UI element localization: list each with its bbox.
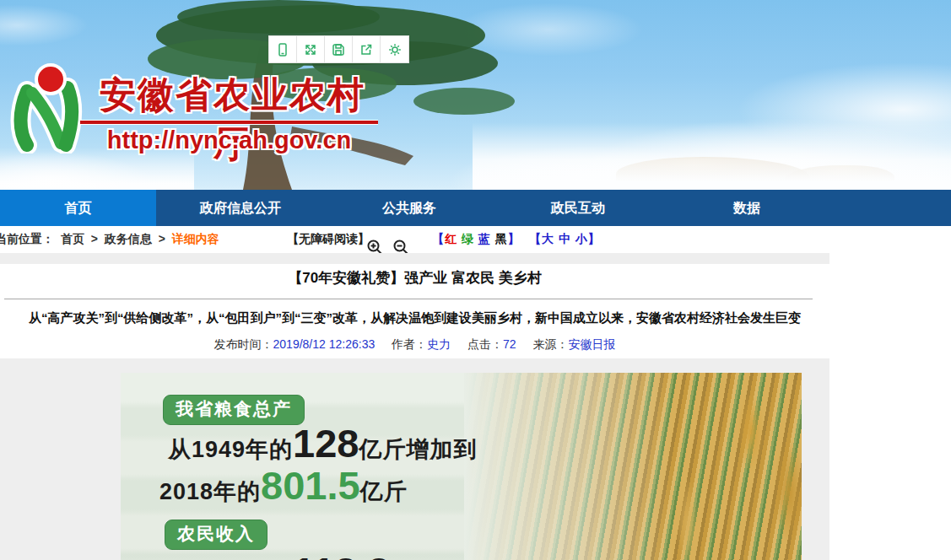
clicks-value: 72 [503,337,516,351]
source-value: 安徽日报 [568,337,615,351]
breadcrumb-current: 详细内容 [172,232,219,245]
main-nav: 首页 政府信息公开 公共服务 政民互动 数据 [0,190,951,226]
breadcrumb: 当前位置： 首页 > 政务信息 > 详细内容 [0,232,223,247]
bracket: 】 [508,232,521,245]
author-value: 史力 [427,337,451,351]
font-large-button[interactable]: 大 [542,232,554,245]
nav-item-gov-info[interactable]: 政府信息公开 [156,190,325,226]
color-green-button[interactable]: 绿 [462,232,474,245]
income-1978-value: 113.3 [293,552,390,560]
accessibility-reading-link[interactable]: 【无障碍阅读】 [287,232,370,247]
source-label: 来源： [532,337,568,351]
site-url: http://nync.ah.gov.cn [80,127,378,154]
income-line-1978: 从1978年的113.3元提高到 [168,552,484,560]
site-logo-icon[interactable] [3,61,88,153]
content-band [0,253,829,264]
grain-2018-value: 801.5 [261,466,360,505]
breadcrumb-row: 当前位置： 首页 > 政务信息 > 详细内容 【无障碍阅读】 【红 绿 蓝 黑】… [0,226,951,253]
font-medium-button[interactable]: 中 [559,232,571,245]
grain-1949-value: 128 [293,423,359,463]
nav-item-public-service[interactable]: 公共服务 [325,190,494,226]
save-icon[interactable] [325,36,353,62]
color-blue-button[interactable]: 蓝 [478,232,491,245]
bracket: 【 [432,232,445,245]
header-banner: 安徽省农业农村厅 http://nync.ah.gov.cn [0,0,951,190]
publish-time-value: 2019/8/12 12:26:33 [273,337,376,351]
grain-line-2018: 2018年的801.5亿斤 [159,466,408,507]
author-label: 作者： [392,337,427,351]
breadcrumb-separator: > [159,232,165,245]
grain-line-1949: 从1949年的128亿斤增加到 [168,423,478,465]
farmer-income-badge: 农民收入 [165,520,267,550]
bracket: 】 [588,232,601,245]
article-meta: 发布时间：2019/8/12 12:26:33 作者：史力 点击：72 来源：安… [0,337,829,353]
nav-item-interaction[interactable]: 政民互动 [494,190,662,226]
color-red-button[interactable]: 红 [445,232,457,245]
mobile-icon[interactable] [269,36,297,62]
breadcrumb-label: 当前位置： [0,232,54,245]
nav-item-home[interactable]: 首页 [0,190,156,226]
title-underline [80,121,378,124]
color-black-button[interactable]: 黑 [495,232,508,245]
rice-photo-fade [464,373,802,560]
grain-total-badge: 我省粮食总产 [163,395,305,425]
article-header-panel: 【70年安徽礼赞】强产业 富农民 美乡村 从“高产攻关”到“供给侧改革”，从“包… [0,264,829,358]
color-scheme-options: 【红 绿 蓝 黑】 [432,232,521,247]
font-size-options: 【大 中 小】 [529,232,601,247]
article-body: 我省粮食总产 从1949年的128亿斤增加到 2018年的801.5亿斤 农民收… [0,358,829,560]
article-infographic-image: 我省粮食总产 从1949年的128亿斤增加到 2018年的801.5亿斤 农民收… [121,373,802,560]
settings-icon[interactable] [381,36,408,62]
article-subtitle: 从“高产攻关”到“供给侧改革”，从“包田到户”到“三变”改革，从解决温饱到建设美… [0,310,829,326]
breadcrumb-home-link[interactable]: 首页 [61,232,84,245]
share-icon[interactable] [353,36,381,62]
publish-time-label: 发布时间： [214,337,273,351]
cloud-mist [473,122,951,190]
article-title: 【70年安徽礼赞】强产业 富农民 美乡村 [0,268,829,288]
clicks-label: 点击： [467,337,503,351]
fullscreen-icon[interactable] [297,36,325,62]
title-divider [4,299,813,299]
breadcrumb-section-link[interactable]: 政务信息 [105,232,152,245]
nav-item-data[interactable]: 数据 [662,190,831,226]
font-small-button[interactable]: 小 [575,232,588,245]
breadcrumb-separator: > [91,232,98,245]
page: 安徽省农业农村厅 http://nync.ah.gov.cn 首页 政府信息公开… [0,0,951,560]
header-toolbar [268,35,409,63]
bracket: 【 [529,232,542,245]
